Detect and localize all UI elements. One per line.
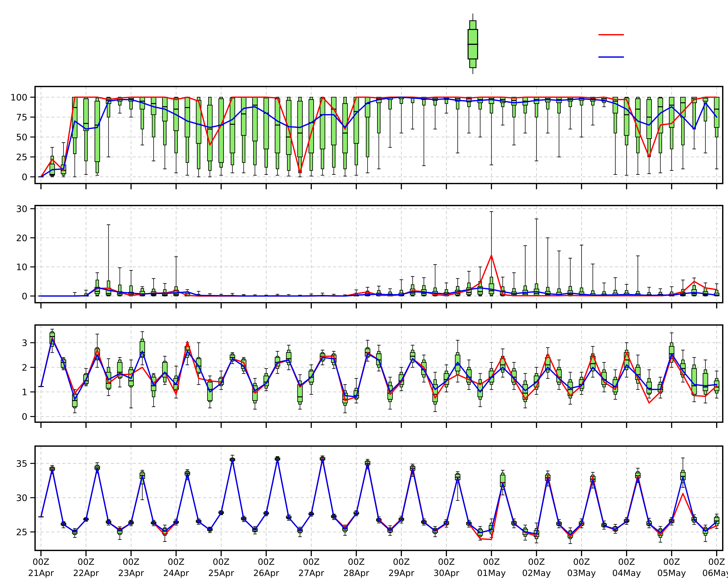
boxplot bbox=[342, 97, 348, 176]
x-tick-date: 29Apr bbox=[388, 568, 414, 578]
boxplot bbox=[613, 278, 618, 296]
boxplot bbox=[556, 251, 562, 296]
y-tick-label: 0 bbox=[22, 172, 27, 182]
boxplot bbox=[500, 349, 505, 377]
boxplot bbox=[117, 357, 123, 387]
x-tick-date: 25Apr bbox=[208, 568, 234, 578]
y-axis: 0255075100 bbox=[10, 92, 35, 182]
x-tick-hour: 00Z bbox=[32, 557, 49, 567]
y-axis: 0102030 bbox=[16, 204, 35, 301]
boxplot bbox=[511, 97, 517, 145]
x-tick-hour: 00Z bbox=[483, 557, 500, 567]
meteogram-figure: 02550751000102030012325303500Z21Apr00Z22… bbox=[0, 0, 728, 585]
x-tick-hour: 00Z bbox=[528, 557, 545, 567]
boxplot bbox=[601, 283, 607, 296]
boxplot bbox=[523, 246, 528, 296]
y-axis: 0123 bbox=[22, 338, 35, 422]
boxplot bbox=[568, 258, 573, 296]
x-ticks bbox=[41, 184, 717, 189]
boxplots bbox=[38, 212, 720, 296]
x-tick-hour: 00Z bbox=[348, 557, 365, 567]
x-tick-hour: 00Z bbox=[168, 557, 185, 567]
boxplot bbox=[646, 97, 652, 174]
x-tick-hour: 00Z bbox=[618, 557, 635, 567]
legend-box-glyph bbox=[467, 14, 478, 74]
x-tick-date: 04May bbox=[612, 568, 641, 578]
x-tick-date: 05May bbox=[657, 568, 686, 578]
y-tick-label: 0 bbox=[22, 411, 27, 422]
x-tick-hour: 00Z bbox=[573, 557, 590, 567]
boxplot bbox=[421, 97, 426, 166]
x-tick-hour: 00Z bbox=[708, 557, 725, 567]
boxplot bbox=[398, 97, 404, 133]
boxplot bbox=[489, 212, 494, 296]
boxplot bbox=[320, 97, 325, 175]
boxplot bbox=[376, 97, 382, 169]
boxplot bbox=[185, 97, 190, 175]
panel-2: 0123 bbox=[22, 325, 723, 428]
x-tick-hour: 00Z bbox=[213, 557, 230, 567]
legend-lines bbox=[598, 35, 624, 57]
boxplot bbox=[230, 97, 235, 173]
boxplot bbox=[128, 270, 134, 296]
x-tick-date: 27Apr bbox=[298, 568, 324, 578]
x-tick-hour: 00Z bbox=[78, 557, 95, 567]
boxplot bbox=[635, 97, 641, 175]
boxplot bbox=[635, 355, 641, 389]
boxplot bbox=[354, 97, 359, 175]
x-tick-date: 24Apr bbox=[163, 568, 189, 578]
boxplot bbox=[162, 97, 167, 169]
panels: 02550751000102030012325303500Z21Apr00Z22… bbox=[10, 86, 728, 578]
y-tick-label: 35 bbox=[16, 458, 27, 469]
panel-3: 253035 bbox=[16, 446, 723, 556]
x-tick-date: 02May bbox=[522, 568, 551, 578]
boxplot bbox=[174, 257, 179, 296]
boxplot bbox=[658, 97, 663, 173]
boxplot bbox=[545, 97, 550, 133]
boxplot bbox=[162, 284, 167, 296]
boxplot bbox=[309, 97, 314, 176]
boxplot bbox=[365, 97, 370, 173]
y-tick-label: 30 bbox=[16, 204, 27, 214]
boxplot bbox=[83, 97, 89, 175]
x-ticks bbox=[41, 303, 717, 309]
x-tick-date: 01May bbox=[477, 568, 506, 578]
boxplot bbox=[95, 273, 100, 296]
x-tick-date: 28Apr bbox=[343, 568, 369, 578]
boxplot bbox=[590, 97, 596, 125]
x-tick-date: 26Apr bbox=[253, 568, 279, 578]
x-tick-date: 22Apr bbox=[73, 568, 99, 578]
boxplot bbox=[263, 97, 269, 175]
y-tick-label: 3 bbox=[22, 338, 27, 348]
boxplot bbox=[410, 97, 415, 129]
boxplot bbox=[252, 97, 258, 175]
boxplot bbox=[410, 276, 415, 296]
x-tick-date: 06May bbox=[702, 568, 728, 578]
boxplots bbox=[38, 455, 720, 543]
boxplot bbox=[680, 97, 685, 169]
y-tick-label: 2 bbox=[22, 362, 27, 373]
x-tick-date: 21Apr bbox=[28, 568, 54, 578]
boxplot bbox=[511, 273, 517, 296]
x-tick-hour: 00Z bbox=[303, 557, 320, 567]
boxplot bbox=[466, 271, 472, 296]
boxplot bbox=[613, 97, 618, 175]
boxplot bbox=[387, 97, 393, 148]
x-tick-hour: 00Z bbox=[393, 557, 410, 567]
y-tick-label: 75 bbox=[16, 112, 27, 122]
y-tick-label: 0 bbox=[22, 291, 27, 301]
boxplot bbox=[162, 356, 167, 384]
meteogram-chart: 02550751000102030012325303500Z21Apr00Z22… bbox=[0, 0, 728, 585]
y-tick-label: 25 bbox=[16, 152, 27, 162]
x-tick-date: 23Apr bbox=[118, 568, 144, 578]
boxplot bbox=[139, 97, 145, 145]
boxplot bbox=[455, 97, 461, 153]
y-tick-label: 25 bbox=[16, 527, 27, 537]
boxplot bbox=[556, 97, 562, 157]
boxplot bbox=[714, 97, 720, 169]
boxplot bbox=[635, 256, 641, 296]
y-axis: 253035 bbox=[16, 458, 35, 537]
boxplot bbox=[545, 348, 550, 378]
boxplot bbox=[489, 97, 494, 165]
boxplot bbox=[432, 97, 438, 129]
